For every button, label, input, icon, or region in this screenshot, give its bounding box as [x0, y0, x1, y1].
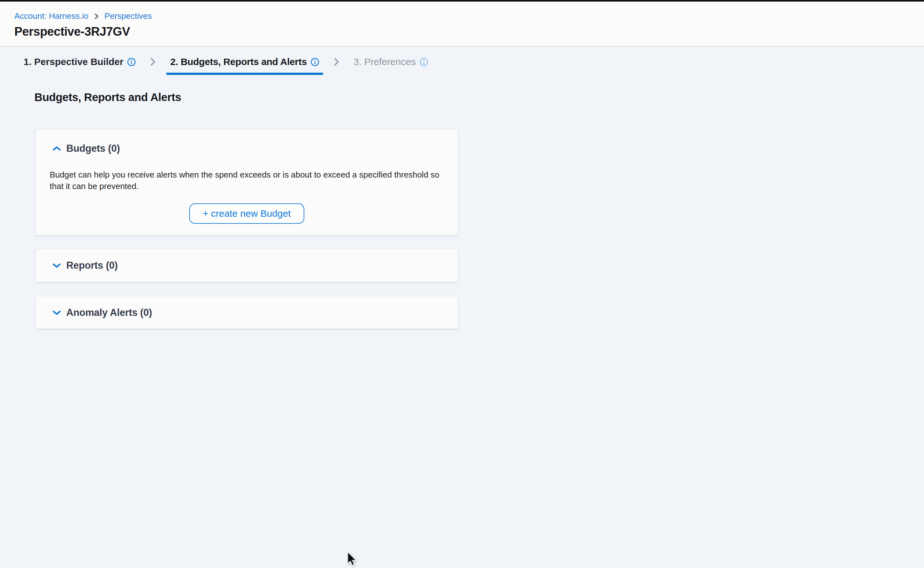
page-title: Perspective-3RJ7GV	[14, 25, 924, 39]
info-icon[interactable]	[311, 58, 319, 66]
tab-perspective-builder-label: 1. Perspective Builder	[24, 56, 123, 67]
budgets-description-line: Budget can help you receive alerts when …	[50, 169, 444, 180]
tab-budgets-reports-alerts[interactable]: 2. Budgets, Reports and Alerts	[166, 51, 323, 75]
tab-budgets-reports-alerts-label: 2. Budgets, Reports and Alerts	[170, 56, 306, 67]
reports-panel-label: Reports (0)	[66, 260, 118, 271]
anomaly-alerts-panel-label: Anomaly Alerts (0)	[66, 307, 152, 319]
budgets-description-line: that it can be prevented.	[50, 180, 444, 192]
budgets-panel-label: Budgets (0)	[66, 143, 120, 154]
budgets-description: Budget can help you receive alerts when …	[50, 169, 444, 192]
breadcrumb-perspectives-link[interactable]: Perspectives	[104, 11, 152, 21]
info-icon[interactable]	[127, 58, 136, 66]
chevron-down-icon[interactable]	[52, 263, 61, 268]
tab-perspective-builder[interactable]: 1. Perspective Builder	[20, 51, 140, 75]
create-new-budget-button[interactable]: + create new Budget	[189, 203, 304, 224]
budgets-panel-header[interactable]: Budgets (0)	[52, 143, 444, 154]
anomaly-alerts-panel-header[interactable]: Anomaly Alerts (0)	[52, 307, 152, 319]
tab-preferences[interactable]: 3. Preferences	[350, 51, 432, 75]
panel-list: Budgets (0) Budget can help you receive …	[36, 129, 458, 329]
chevron-right-icon	[93, 12, 99, 20]
budgets-panel: Budgets (0) Budget can help you receive …	[36, 129, 458, 235]
wizard-tabs: 1. Perspective Builder 2. Budgets, Repor…	[20, 51, 432, 75]
section-heading: Budgets, Reports and Alerts	[35, 91, 924, 104]
chevron-up-icon[interactable]	[52, 146, 61, 151]
chevron-right-icon	[333, 51, 340, 75]
reports-panel-header[interactable]: Reports (0)	[52, 260, 118, 271]
breadcrumb: Account: Harness.io Perspectives	[14, 11, 924, 21]
mouse-cursor-icon	[347, 551, 357, 567]
chevron-right-icon	[149, 51, 157, 75]
info-icon[interactable]	[420, 58, 428, 66]
main-content: Budgets, Reports and Alerts Budgets (0) …	[0, 75, 924, 104]
page-header: Account: Harness.io Perspectives Perspec…	[0, 2, 924, 47]
tab-preferences-label: 3. Preferences	[354, 56, 416, 67]
breadcrumb-account-link[interactable]: Account: Harness.io	[14, 11, 89, 21]
chevron-down-icon[interactable]	[52, 310, 61, 316]
reports-panel[interactable]: Reports (0)	[36, 249, 458, 282]
anomaly-alerts-panel[interactable]: Anomaly Alerts (0)	[36, 296, 458, 329]
